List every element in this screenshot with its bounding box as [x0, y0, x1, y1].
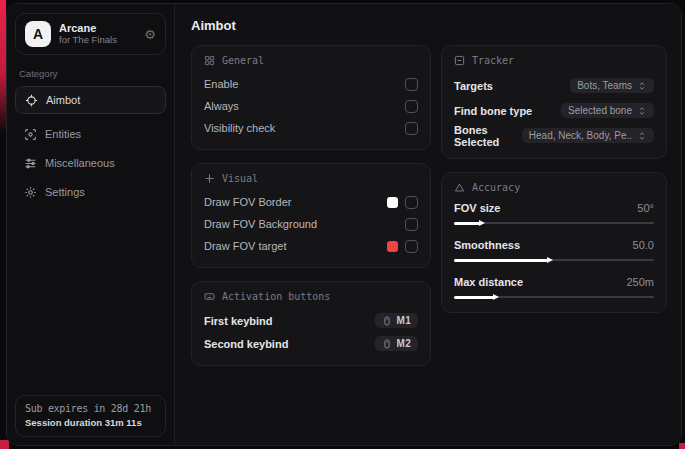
color-swatch[interactable]	[387, 241, 398, 252]
sidebar-item-label: Settings	[45, 186, 85, 198]
sidebar-item-entities[interactable]: Entities	[15, 120, 166, 148]
edge-corner-accent	[679, 443, 685, 449]
setting-row-draw-fov-target: Draw FOV target	[204, 235, 418, 257]
card-title: Activation buttons	[222, 291, 330, 302]
always-checkbox[interactable]	[405, 100, 418, 113]
app-title: Arcane	[59, 22, 136, 35]
setting-row-always: Always	[204, 95, 418, 117]
card-title: General	[222, 55, 264, 66]
chevrons-up-down-icon	[637, 81, 647, 91]
slider-value: 50.0	[633, 239, 654, 251]
slider-value: 250m	[626, 276, 654, 288]
activation-card: Activation buttons First keybind M1 Seco…	[191, 281, 431, 366]
find-bone-type-dropdown[interactable]: Selected bone	[561, 103, 654, 118]
slider-fill	[454, 259, 548, 262]
draw-fov-background-checkbox[interactable]	[405, 218, 418, 231]
smoothness-slider[interactable]	[454, 255, 654, 265]
setting-row-smoothness: Smoothness 50.0	[454, 237, 654, 265]
setting-row-second-keybind: Second keybind M2	[204, 332, 418, 355]
sidebar-nav: Aimbot Entities Miscellaneous Settings	[15, 86, 166, 206]
sidebar-item-label: Aimbot	[46, 94, 80, 106]
visual-card: Visual Draw FOV Border Draw FOV Backgrou…	[191, 163, 431, 268]
setting-row-max-distance: Max distance 250m	[454, 274, 654, 302]
scan-eye-icon	[24, 128, 37, 141]
sliders-icon	[24, 157, 37, 170]
targets-dropdown[interactable]: Bots, Teams	[570, 78, 654, 93]
chevrons-up-down-icon	[637, 106, 647, 116]
keybind-button-m1[interactable]: M1	[375, 313, 419, 328]
mouse-icon	[382, 339, 392, 349]
page-title: Aimbot	[191, 18, 667, 33]
keyboard-icon	[204, 291, 215, 302]
triangle-icon	[454, 182, 465, 193]
setting-row-bones-selected: Bones Selected Head, Neck, Body, Pe..	[454, 123, 654, 148]
sub-expiry-text: Sub expires in 28d 21h	[25, 403, 156, 414]
setting-row-visibility-check: Visibility check	[204, 117, 418, 139]
tracker-card: Tracker Targets Bots, Teams Find bone ty…	[441, 45, 667, 159]
category-label: Category	[19, 68, 162, 79]
card-title: Tracker	[472, 55, 514, 66]
accuracy-card: Accuracy FOV size 50°	[441, 172, 667, 313]
app-subtitle: for The Finals	[59, 35, 136, 46]
main-content: Aimbot General Enable Always	[175, 4, 681, 445]
setting-row-draw-fov-background: Draw FOV Background	[204, 213, 418, 235]
enable-checkbox[interactable]	[405, 78, 418, 91]
sidebar-item-label: Entities	[45, 128, 81, 140]
setting-row-draw-fov-border: Draw FOV Border	[204, 191, 418, 213]
layout-grid-icon	[204, 55, 215, 66]
gear-icon	[24, 186, 37, 199]
draw-fov-border-checkbox[interactable]	[405, 196, 418, 209]
setting-row-first-keybind: First keybind M1	[204, 309, 418, 332]
card-title: Visual	[222, 173, 258, 184]
keybind-button-m2[interactable]: M2	[375, 336, 419, 351]
box-minus-icon	[454, 55, 465, 66]
subscription-info: Sub expires in 28d 21h Session duration …	[15, 395, 166, 437]
sidebar-item-settings[interactable]: Settings	[15, 178, 166, 206]
chevrons-up-down-icon	[637, 131, 647, 141]
slider-fill	[454, 222, 480, 225]
mouse-icon	[382, 316, 392, 326]
sparkle-icon	[204, 173, 215, 184]
setting-row-targets: Targets Bots, Teams	[454, 73, 654, 98]
bones-selected-dropdown[interactable]: Head, Neck, Body, Pe..	[522, 128, 654, 143]
sidebar: A Arcane for The Finals ⚙ Category Aimbo…	[7, 4, 175, 445]
slider-fill	[454, 296, 494, 299]
sidebar-item-label: Miscellaneous	[45, 157, 115, 169]
setting-row-fov-size: FOV size 50°	[454, 200, 654, 228]
visibility-check-checkbox[interactable]	[405, 122, 418, 135]
card-title: Accuracy	[472, 182, 520, 193]
gear-icon[interactable]: ⚙	[144, 27, 156, 42]
slider-value: 50°	[637, 202, 654, 214]
crosshair-icon	[25, 94, 38, 107]
brand-card: A Arcane for The Finals ⚙	[15, 13, 166, 55]
session-duration-text: Session duration 31m 11s	[25, 417, 156, 428]
draw-fov-target-checkbox[interactable]	[405, 240, 418, 253]
fov-size-slider[interactable]	[454, 218, 654, 228]
app-window: A Arcane for The Finals ⚙ Category Aimbo…	[6, 3, 682, 446]
sidebar-item-aimbot[interactable]: Aimbot	[15, 86, 166, 114]
max-distance-slider[interactable]	[454, 292, 654, 302]
app-logo: A	[25, 21, 51, 47]
setting-row-enable: Enable	[204, 73, 418, 95]
sidebar-item-miscellaneous[interactable]: Miscellaneous	[15, 149, 166, 177]
general-card: General Enable Always Visibility check	[191, 45, 431, 150]
color-swatch[interactable]	[387, 197, 398, 208]
setting-row-find-bone-type: Find bone type Selected bone	[454, 98, 654, 123]
